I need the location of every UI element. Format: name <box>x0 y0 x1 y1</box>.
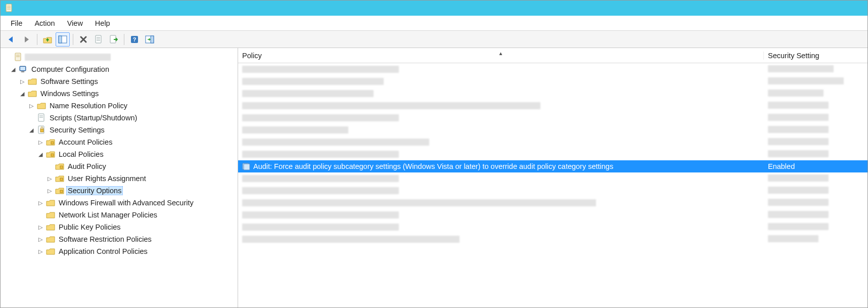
list-row-blurred[interactable] <box>238 63 867 75</box>
list-row-blurred[interactable] <box>238 87 867 100</box>
up-one-level-button[interactable] <box>40 32 55 47</box>
menu-help[interactable]: Help <box>90 17 115 29</box>
svg-rect-30 <box>60 190 63 193</box>
tree-item-name-resolution-policy[interactable]: ▷ Name Resolution Policy <box>5 100 238 112</box>
show-hide-console-tree-button[interactable] <box>56 32 70 47</box>
tree-item-audit-policy[interactable]: Audit Policy <box>5 160 238 172</box>
policy-name: Audit: Force audit policy subcategory se… <box>253 162 613 170</box>
twisty-none <box>46 163 53 170</box>
column-header-policy[interactable]: ▲ Policy <box>238 52 764 60</box>
blurred-text <box>242 236 460 243</box>
folder-icon <box>46 210 55 219</box>
list-row-blurred[interactable] <box>238 100 867 112</box>
tree-item-application-control-policies[interactable]: ▷ Application Control Policies <box>5 245 238 257</box>
column-header-security-setting[interactable]: Security Setting <box>764 52 867 60</box>
column-label: Policy <box>242 52 262 60</box>
console-tree-pane[interactable]: ◢ Computer Configuration ▷ Software Sett… <box>1 48 238 307</box>
collapse-icon[interactable]: ◢ <box>10 66 17 73</box>
tree-item-windows-firewall[interactable]: ▷ Windows Firewall with Advanced Securit… <box>5 197 238 209</box>
expand-icon[interactable]: ▷ <box>37 139 44 146</box>
blurred-text <box>242 187 399 194</box>
svg-rect-29 <box>60 178 63 181</box>
show-hide-tree-icon <box>58 35 67 43</box>
tree-item-computer-configuration[interactable]: ◢ Computer Configuration <box>5 63 238 75</box>
expand-icon[interactable]: ▷ <box>37 224 44 231</box>
list-row-blurred[interactable] <box>238 185 867 197</box>
details-pane: ▲ Policy Security Setting <box>238 48 867 307</box>
blurred-text <box>242 224 399 231</box>
titlebar[interactable] <box>1 1 867 16</box>
tree-root: ◢ Computer Configuration ▷ Software Sett… <box>1 50 238 258</box>
list-row-blurred[interactable] <box>238 148 867 160</box>
blurred-text <box>242 66 399 73</box>
list-row-blurred[interactable] <box>238 172 867 185</box>
blurred-text <box>242 199 596 206</box>
delete-button[interactable] <box>76 32 90 47</box>
expand-icon[interactable]: ▷ <box>19 78 26 85</box>
list-row-blurred[interactable] <box>238 75 867 87</box>
cell-policy: Audit: Force audit policy subcategory se… <box>238 162 764 170</box>
collapse-icon[interactable]: ◢ <box>28 126 35 134</box>
blurred-text <box>768 126 829 133</box>
collapse-icon[interactable]: ◢ <box>37 151 44 158</box>
tree-item-account-policies[interactable]: ▷ Account Policies <box>5 136 238 148</box>
policy-folder-icon <box>55 174 64 183</box>
tree-item-security-options[interactable]: ▷ Security Options <box>5 185 238 197</box>
properties-button[interactable] <box>92 32 106 47</box>
expand-icon[interactable]: ▷ <box>37 199 44 206</box>
folder-icon <box>28 89 37 98</box>
list-row-blurred[interactable] <box>238 197 867 209</box>
show-hide-action-pane-button[interactable] <box>143 32 157 47</box>
tree-item-gpo-root[interactable] <box>5 51 238 63</box>
list-row-blurred[interactable] <box>238 136 867 148</box>
forward-button[interactable] <box>20 32 34 47</box>
list-body[interactable]: Audit: Force audit policy subcategory se… <box>238 63 867 307</box>
tree-label: Windows Firewall with Advanced Security <box>57 198 195 207</box>
blurred-text <box>242 78 384 85</box>
back-button[interactable] <box>5 32 19 47</box>
menu-view[interactable]: View <box>62 17 88 29</box>
cell-setting: Enabled <box>764 162 867 170</box>
list-row-audit-force-subcategory[interactable]: Audit: Force audit policy subcategory se… <box>238 160 867 172</box>
expand-icon[interactable]: ▷ <box>46 175 53 182</box>
expand-icon[interactable]: ▷ <box>46 187 53 194</box>
list-row-blurred[interactable] <box>238 209 867 221</box>
collapse-icon[interactable]: ◢ <box>19 90 26 97</box>
tree-item-local-policies[interactable]: ◢ Local Policies <box>5 148 238 160</box>
blurred-text <box>768 223 829 230</box>
twisty-none <box>37 211 44 218</box>
tree-item-software-settings[interactable]: ▷ Software Settings <box>5 75 238 87</box>
policy-folder-icon <box>46 150 55 159</box>
list-row-blurred[interactable] <box>238 221 867 233</box>
svg-rect-32 <box>244 164 250 170</box>
expand-icon[interactable]: ▷ <box>28 102 35 109</box>
delete-icon <box>79 35 87 43</box>
expand-icon[interactable]: ▷ <box>37 236 44 243</box>
tree-item-scripts[interactable]: Scripts (Startup/Shutdown) <box>5 112 238 124</box>
tree-item-network-list-manager[interactable]: Network List Manager Policies <box>5 209 238 221</box>
tree-item-windows-settings[interactable]: ◢ Windows Settings <box>5 87 238 100</box>
tree-label: Name Resolution Policy <box>48 101 129 110</box>
tree-label: Security Options <box>66 186 123 195</box>
tree-item-public-key-policies[interactable]: ▷ Public Key Policies <box>5 221 238 233</box>
blurred-label <box>25 54 111 61</box>
list-row-blurred[interactable] <box>238 233 867 245</box>
policy-item-icon <box>242 162 250 170</box>
list-row-blurred[interactable] <box>238 124 867 136</box>
export-list-button[interactable] <box>107 32 121 47</box>
tree-label: Local Policies <box>57 150 105 159</box>
svg-rect-19 <box>20 67 25 70</box>
menubar: File Action View Help <box>1 16 867 31</box>
expand-icon[interactable]: ▷ <box>37 248 44 255</box>
sort-ascending-icon: ▲ <box>498 51 504 56</box>
tree-label: Software Settings <box>39 77 100 86</box>
tree-item-user-rights-assignment[interactable]: ▷ User Rights Assignment <box>5 172 238 185</box>
menu-action[interactable]: Action <box>29 17 60 29</box>
tree-item-software-restriction-policies[interactable]: ▷ Software Restriction Policies <box>5 233 238 245</box>
blurred-text <box>768 174 829 182</box>
folder-icon <box>37 101 46 110</box>
list-row-blurred[interactable] <box>238 112 867 124</box>
help-button[interactable]: ? <box>127 32 142 47</box>
tree-item-security-settings[interactable]: ◢ Security Settings <box>5 124 238 136</box>
menu-file[interactable]: File <box>6 17 27 29</box>
